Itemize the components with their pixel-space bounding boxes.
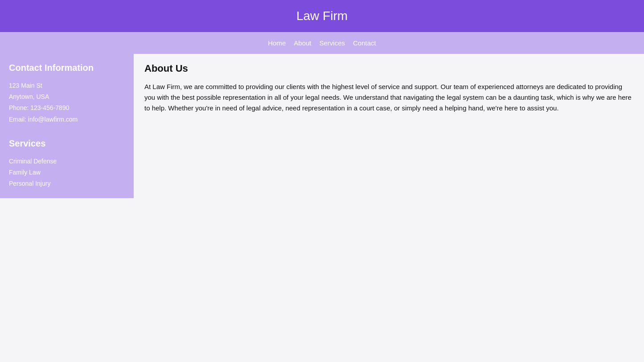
site-title: Law Firm [9, 9, 635, 23]
contact-title: Contact Information [9, 63, 125, 73]
contact-line-2: Anytown, USA [9, 91, 125, 102]
about-body: At Law Firm, we are committed to providi… [144, 81, 633, 114]
site-header: Law Firm [0, 0, 644, 32]
nav-services[interactable]: Services [319, 39, 345, 47]
main-content: About Us At Law Firm, we are committed t… [134, 54, 644, 122]
nav-contact[interactable]: Contact [353, 39, 376, 47]
contact-section: Contact Information 123 Main St Anytown,… [9, 63, 125, 125]
contact-line-4: Email: info@lawfirm.com [9, 114, 125, 125]
services-list: Criminal Defense Family Law Personal Inj… [9, 156, 125, 190]
service-item-1[interactable]: Criminal Defense [9, 156, 125, 167]
about-title: About Us [144, 63, 633, 74]
services-title: Services [9, 138, 125, 149]
contact-details: 123 Main St Anytown, USA Phone: 123-456-… [9, 80, 125, 125]
nav-about[interactable]: About [294, 39, 311, 47]
contact-line-3: Phone: 123-456-7890 [9, 102, 125, 114]
contact-line-1: 123 Main St [9, 80, 125, 91]
page-layout: Contact Information 123 Main St Anytown,… [0, 54, 644, 198]
services-section: Services Criminal Defense Family Law Per… [9, 138, 125, 190]
sidebar: Contact Information 123 Main St Anytown,… [0, 54, 134, 198]
service-item-3[interactable]: Personal Injury [9, 178, 125, 189]
nav-home[interactable]: Home [268, 39, 286, 47]
service-item-2[interactable]: Family Law [9, 167, 125, 178]
main-nav: Home About Services Contact [0, 32, 644, 54]
